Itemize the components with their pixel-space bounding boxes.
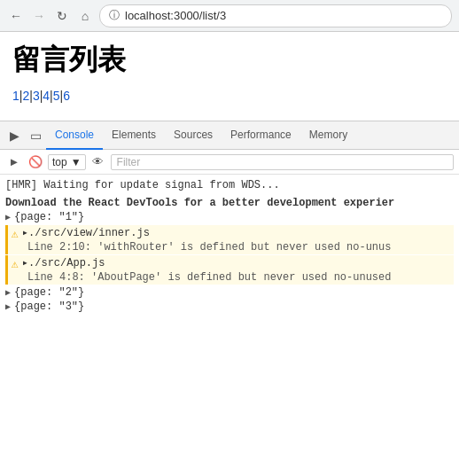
page2-value: {page: "2"} — [14, 286, 84, 299]
pagination: 1|2|3|4|5|6 — [12, 89, 447, 103]
warning-1-detail: Line 2:10: 'withRouter' is defined but n… — [12, 241, 450, 254]
expand-arrow-1[interactable]: ▶ — [5, 212, 11, 222]
page2-expand[interactable]: ▶ {page: "2"} — [5, 285, 454, 300]
cursor-icon[interactable]: ▶ — [4, 125, 25, 146]
devtools-toolbar: ► 🚫 top ▼ 👁 Filter — [0, 150, 459, 175]
download-line: Download the React DevTools for a better… — [5, 196, 454, 210]
page-link-4[interactable]: 4 — [43, 89, 50, 103]
context-selector[interactable]: top ▼ — [48, 154, 86, 170]
warning-2: ⚠ ▸./src/App.js Line 4:8: 'AboutPage' is… — [5, 255, 454, 285]
page-link-5[interactable]: 5 — [53, 89, 60, 103]
tab-memory[interactable]: Memory — [300, 121, 356, 150]
devtools-tabs: ▶ ▭ Console Elements Sources Performance… — [0, 121, 459, 150]
home-button[interactable]: ⌂ — [76, 7, 94, 25]
address-bar[interactable]: ⓘ localhost:3000/list/3 — [99, 4, 452, 27]
warning-1-file: ▸./src/view/inner.js — [22, 226, 150, 239]
warning-1: ⚠ ▸./src/view/inner.js Line 2:10: 'withR… — [5, 225, 454, 254]
back-button[interactable]: ← — [7, 7, 25, 25]
devtools-panel: ▶ ▭ Console Elements Sources Performance… — [0, 121, 459, 317]
expand-arrow-3[interactable]: ▶ — [5, 301, 11, 312]
block-icon[interactable]: 🚫 — [27, 153, 44, 171]
page3-value: {page: "3"} — [14, 300, 84, 313]
page-link-2[interactable]: 2 — [22, 89, 29, 103]
warning-icon-1: ⚠ — [12, 227, 19, 241]
warning-icon-2: ⚠ — [12, 257, 19, 271]
warning-2-detail: Line 4:8: 'AboutPage' is defined but nev… — [12, 271, 450, 284]
warning-2-file: ▸./src/App.js — [22, 256, 105, 269]
warning-1-file-line: ⚠ ▸./src/view/inner.js — [12, 226, 450, 241]
reload-button[interactable]: ↻ — [53, 7, 71, 25]
lock-icon: ⓘ — [109, 8, 120, 23]
page3-expand[interactable]: ▶ {page: "3"} — [5, 300, 454, 314]
url-text: localhost:3000/list/3 — [125, 9, 226, 22]
tab-elements[interactable]: Elements — [103, 121, 165, 150]
page-link-6[interactable]: 6 — [63, 89, 70, 103]
hmr-line: [HMR] Waiting for update signal from WDS… — [5, 178, 454, 192]
tab-sources[interactable]: Sources — [165, 121, 222, 150]
mobile-icon[interactable]: ▭ — [25, 125, 46, 146]
tab-console[interactable]: Console — [46, 121, 103, 150]
browser-toolbar: ← → ↻ ⌂ ⓘ localhost:3000/list/3 — [0, 0, 459, 32]
console-output: [HMR] Waiting for update signal from WDS… — [0, 175, 459, 317]
tab-performance[interactable]: Performance — [222, 121, 300, 150]
page1-expand[interactable]: ▶ {page: "1"} — [5, 210, 454, 224]
chevron-down-icon: ▼ — [71, 156, 82, 168]
page-title: 留言列表 — [12, 41, 447, 80]
expand-arrow-2[interactable]: ▶ — [5, 287, 11, 298]
play-icon[interactable]: ► — [5, 153, 23, 171]
eye-icon[interactable]: 👁 — [89, 153, 107, 171]
filter-input[interactable]: Filter — [111, 154, 454, 170]
page-link-3[interactable]: 3 — [33, 89, 40, 103]
page-link-1[interactable]: 1 — [12, 89, 19, 103]
page-content: 留言列表 1|2|3|4|5|6 — [0, 32, 459, 121]
page1-value: {page: "1"} — [14, 211, 84, 223]
warning-2-file-line: ⚠ ▸./src/App.js — [12, 256, 450, 271]
forward-button[interactable]: → — [30, 7, 48, 25]
